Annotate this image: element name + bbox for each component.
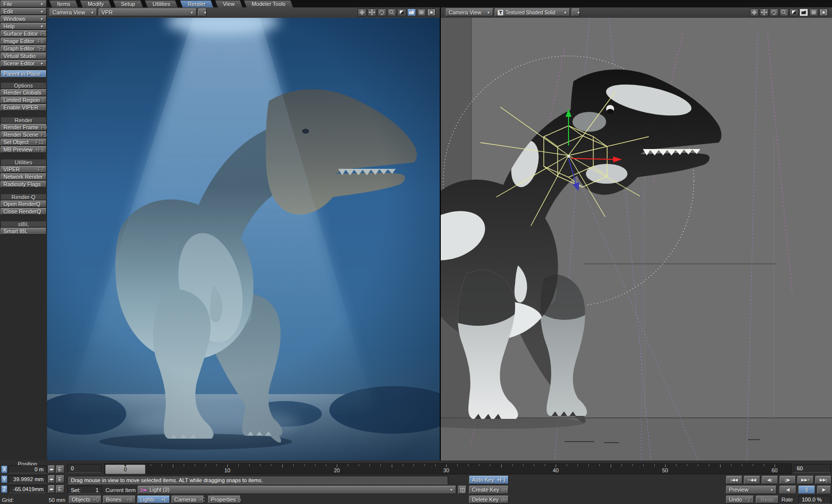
tab-utilities[interactable]: Utilities	[144, 0, 178, 7]
maximize-viewport-icon[interactable]	[789, 8, 798, 16]
rotate-view-icon[interactable]	[377, 8, 386, 16]
view-type-dropdown[interactable]: Camera View ▼	[446, 8, 493, 16]
render-mode-dropdown[interactable]: T Textured Shaded Solid ▼	[495, 8, 570, 16]
sidebar-item-render-frame[interactable]: Render FrameF9	[0, 124, 47, 131]
move-view-icon[interactable]	[760, 8, 769, 16]
play-reverse-icon[interactable]: ◀	[780, 486, 796, 494]
fit-all-icon[interactable]	[819, 8, 828, 16]
menu-help[interactable]: Help▼	[0, 23, 47, 30]
menu-file[interactable]: File▼	[0, 0, 47, 7]
sidebar-item-graph-editor[interactable]: Graph Editor^F2	[0, 45, 47, 52]
viewport-options-dropdown[interactable]: ▼	[572, 8, 580, 16]
pause-icon[interactable]: ||	[798, 486, 815, 494]
timeline-slider-handle[interactable]: 0	[105, 464, 146, 474]
current-item-dropdown[interactable]: Light (3) ▼	[138, 486, 456, 494]
zoom-view-icon[interactable]	[780, 8, 788, 16]
sidebar-item-virtual-studio[interactable]: Virtual Studio	[0, 52, 47, 59]
sidebar-item-mb-preview[interactable]: MB Preview+F9	[0, 146, 47, 153]
jump-last-icon[interactable]: ▶▶|	[815, 476, 832, 484]
menu-windows[interactable]: Windows▼	[0, 15, 47, 22]
sidebar-item-enable-viper[interactable]: Enable VIPER	[0, 104, 47, 111]
sidebar-item-sel-object[interactable]: Sel ObjectF11	[0, 139, 47, 146]
ruler-frame-number: 50	[658, 467, 673, 473]
step-back-icon[interactable]: ◀||	[762, 476, 778, 484]
envelope-button[interactable]: E	[56, 485, 64, 493]
keyframe-options-button[interactable]	[458, 486, 467, 494]
sidebar-item-viper[interactable]: VIPERF7	[0, 166, 47, 173]
ruler-tick	[435, 464, 436, 466]
tab-setup[interactable]: Setup	[113, 0, 144, 7]
sidebar: File▼Edit▼Windows▼Help▼Surface EditorF5I…	[0, 0, 47, 504]
maximize-viewport-icon[interactable]	[397, 8, 406, 16]
ruler-tick	[468, 464, 468, 466]
preview-dropdown[interactable]: Preview ▼	[726, 486, 777, 494]
tab-modeler-tools[interactable]: Modeler Tools	[244, 0, 294, 7]
timeline-ruler[interactable]: 0 102030405060	[104, 463, 792, 474]
prev-key-icon[interactable]: +◀◀	[744, 476, 760, 484]
create-key-button[interactable]: Create Key ret	[469, 486, 509, 494]
item-tab-properties[interactable]: Propertiesp	[208, 496, 241, 504]
render-mode-dropdown[interactable]: VPR ▼	[99, 8, 197, 16]
sidebar-item-scene-editor[interactable]: Scene Editor▼	[0, 60, 47, 67]
stepper-icon[interactable]: ◀▶	[48, 465, 55, 473]
envelope-button[interactable]: E	[56, 465, 64, 473]
tab-view[interactable]: View	[214, 0, 243, 7]
step-forward-icon[interactable]: ||▶	[780, 476, 796, 484]
item-tab-bones[interactable]: Bones+B	[103, 496, 136, 504]
undo-button[interactable]: Undo ^Z	[726, 496, 754, 504]
position-z-field[interactable]: -65.0419mm	[8, 485, 47, 493]
view-type-dropdown[interactable]: Camera View ▼	[50, 8, 97, 16]
center-selected-icon[interactable]	[358, 8, 366, 16]
position-x-field[interactable]: 0 m	[8, 465, 47, 473]
envelope-button[interactable]: E	[56, 475, 64, 483]
center-selected-icon[interactable]	[750, 8, 759, 16]
tab-modify[interactable]: Modify	[79, 0, 112, 7]
end-frame-field[interactable]: 60	[793, 464, 831, 473]
position-y-field[interactable]: 39.9992 mm	[8, 475, 47, 483]
sidebar-item-surface-editor[interactable]: Surface EditorF5	[0, 30, 47, 37]
stepper-icon[interactable]: ◀▶	[48, 475, 55, 483]
sidebar-item-close-renderq[interactable]: Close RenderQ	[0, 208, 47, 215]
axis-chip-y[interactable]: Y	[1, 475, 7, 483]
sidebar-item-open-renderq[interactable]: Open RenderQ	[0, 201, 47, 207]
sidebar-item-render-scene[interactable]: Render SceneF10	[0, 131, 47, 138]
axis-chip-x[interactable]: X	[1, 465, 7, 473]
sidebar-item-radiosity-flags[interactable]: Radiosity Flags	[0, 181, 47, 188]
jump-first-icon[interactable]: |◀◀	[726, 476, 742, 484]
zoom-view-icon[interactable]	[387, 8, 396, 16]
tab-render[interactable]: Render	[179, 0, 214, 7]
axis-chip-z[interactable]: Z	[1, 485, 7, 493]
item-tab-lights[interactable]: Lights+L	[137, 496, 170, 504]
item-tab-objects[interactable]: Objects+O	[69, 496, 102, 504]
fit-all-icon[interactable]	[427, 8, 436, 16]
sidebar-item-parent-in-place[interactable]: Parent in Place	[0, 70, 47, 78]
menu-edit[interactable]: Edit▼	[0, 8, 47, 15]
sidebar-item-smart-ibl[interactable]: Smart IBL	[0, 228, 47, 235]
item-tab-label: Objects	[72, 497, 90, 503]
current-frame-field[interactable]: 0	[67, 464, 102, 473]
camera-view-render[interactable]	[47, 18, 440, 460]
viewport-options-dropdown[interactable]: ▼	[198, 8, 207, 16]
move-view-icon[interactable]	[367, 8, 376, 16]
play-forward-icon[interactable]: ▶	[817, 486, 831, 494]
tab-items[interactable]: Items	[49, 0, 78, 7]
sidebar-item-render-globals[interactable]: Render Globals	[0, 89, 47, 96]
rate-field[interactable]: 100.0 %	[798, 496, 831, 504]
rotate-view-icon[interactable]	[770, 8, 779, 16]
next-key-icon[interactable]: ▶▶+	[797, 476, 814, 484]
camera-view-icon[interactable]	[407, 8, 416, 16]
redo-button[interactable]: Redo	[756, 496, 779, 504]
viewport-menu-icon[interactable]	[417, 8, 426, 16]
sidebar-item-network-render[interactable]: Network Render	[0, 173, 47, 180]
sidebar-item-image-editor[interactable]: Image EditorF6	[0, 38, 47, 45]
auto-key-button[interactable]: Auto Key +F1	[469, 476, 509, 484]
camera-view-icon[interactable]	[799, 8, 808, 16]
stepper-icon[interactable]: ◀▶	[48, 485, 55, 493]
item-tab-cameras[interactable]: Cameras+C	[171, 496, 204, 504]
delete-key-button[interactable]: Delete Key del	[469, 496, 509, 504]
tab-label: Items	[57, 1, 70, 7]
sidebar-item-limited-region[interactable]: Limited Regionl	[0, 97, 47, 103]
viewport-menu-icon[interactable]	[809, 8, 818, 16]
opengl-viewport[interactable]	[441, 18, 832, 460]
ruler-tick	[195, 464, 195, 466]
